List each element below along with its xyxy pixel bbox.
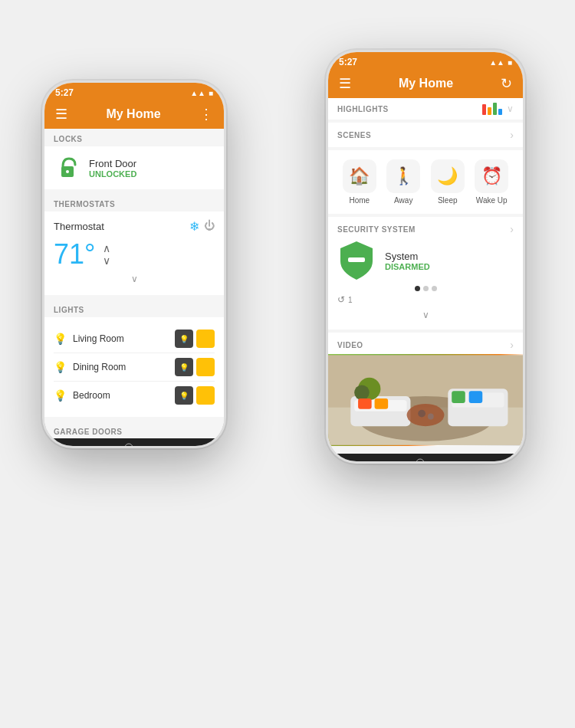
security-chevron-icon[interactable]: › bbox=[510, 223, 514, 235]
left-time: 5:27 bbox=[55, 87, 74, 98]
bulb-icon: 💡 bbox=[54, 361, 67, 373]
right-alarm-logo: powered by A ALARM.COM bbox=[384, 458, 467, 464]
temp-controls: ∧ ∨ bbox=[103, 243, 110, 266]
bulb-icon: 💡 bbox=[54, 389, 67, 402]
svg-point-1 bbox=[66, 170, 69, 173]
temperature-value: 71° bbox=[54, 238, 95, 271]
security-text: System DISARMED bbox=[385, 251, 430, 271]
locks-label: LOCKS bbox=[44, 129, 224, 146]
scenes-label: SCENES bbox=[337, 131, 371, 139]
scene-wakeup[interactable]: ⏰ Wake Up bbox=[475, 159, 508, 205]
bar-green bbox=[493, 103, 497, 115]
shield-disarmed-icon bbox=[337, 241, 376, 280]
light-on-btn[interactable] bbox=[196, 386, 215, 405]
svg-rect-8 bbox=[348, 257, 365, 262]
right-menu-icon[interactable]: ☰ bbox=[339, 75, 351, 92]
refresh-small-icon: ↺ bbox=[337, 294, 345, 305]
left-content: LOCKS Front Door UNLOCKED bbox=[44, 129, 224, 438]
thermo-collapse[interactable]: ∨ bbox=[54, 271, 215, 287]
lights-label: LIGHTS bbox=[44, 300, 224, 317]
security-header: SECURITY SYSTEM › bbox=[337, 223, 514, 235]
light-controls: 💡 bbox=[175, 386, 215, 405]
scene-home-label: Home bbox=[349, 196, 370, 205]
svg-rect-22 bbox=[469, 391, 483, 403]
left-more-icon[interactable]: ⋮ bbox=[199, 106, 213, 123]
right-refresh-icon[interactable]: ↻ bbox=[501, 75, 512, 92]
dot-active bbox=[415, 286, 420, 291]
security-item[interactable]: System DISARMED bbox=[337, 241, 514, 280]
bar-blue bbox=[498, 109, 502, 115]
thermo-header: Thermostat ❄ ⏻ bbox=[54, 219, 215, 234]
right-app-title: My Home bbox=[399, 77, 453, 90]
scenes-icons: 🏠 Home 🚶 Away 🌙 Sleep ⏰ Wake Up bbox=[337, 156, 514, 208]
light-on-btn[interactable] bbox=[196, 358, 215, 376]
right-app-header: ☰ My Home ↻ bbox=[328, 71, 523, 98]
scene-home[interactable]: 🏠 Home bbox=[343, 159, 376, 205]
wakeup-icon: ⏰ bbox=[475, 159, 508, 193]
thermo-label: THERMOSTATS bbox=[44, 194, 224, 212]
svg-text:A: A bbox=[128, 446, 131, 448]
svg-rect-20 bbox=[375, 398, 389, 409]
temp-down-btn[interactable]: ∨ bbox=[103, 255, 110, 266]
security-device-name: System bbox=[385, 251, 430, 262]
left-menu-icon[interactable]: ☰ bbox=[55, 106, 67, 123]
light-off-btn[interactable]: 💡 bbox=[175, 358, 193, 376]
video-section: VIDEO › bbox=[328, 333, 523, 446]
left-status-icons: ▲▲ ■ bbox=[190, 89, 213, 97]
left-phone: 5:27 ▲▲ ■ ☰ My Home ⋮ LOCKS bbox=[42, 80, 226, 448]
svg-point-16 bbox=[354, 385, 370, 400]
video-label: VIDEO bbox=[337, 341, 363, 349]
light-name: Dining Room bbox=[73, 362, 126, 372]
right-phone: 5:27 ▲▲ ■ ☰ My Home ↻ HIGHLIGHTS bbox=[326, 50, 525, 464]
right-time: 5:27 bbox=[339, 57, 357, 67]
scenes-grid: 🏠 Home 🚶 Away 🌙 Sleep ⏰ Wake Up bbox=[328, 150, 523, 214]
video-chevron-icon[interactable]: › bbox=[510, 339, 514, 351]
light-controls: 💡 bbox=[175, 330, 215, 348]
right-content: HIGHLIGHTS ∨ SCENES › bbox=[328, 98, 523, 454]
scene-away-label: Away bbox=[394, 196, 412, 205]
left-status-bar: 5:27 ▲▲ ■ bbox=[44, 83, 224, 101]
locks-card: Front Door UNLOCKED bbox=[44, 146, 224, 189]
front-door-item[interactable]: Front Door UNLOCKED bbox=[54, 154, 215, 182]
scene-away[interactable]: 🚶 Away bbox=[386, 159, 420, 205]
svg-point-14 bbox=[407, 404, 445, 426]
video-header: VIDEO › bbox=[328, 333, 523, 354]
svg-rect-19 bbox=[358, 398, 372, 409]
list-item[interactable]: 💡 Living Room 💡 bbox=[54, 325, 215, 353]
dot-inactive bbox=[432, 286, 437, 291]
highlights-chevron[interactable]: ∨ bbox=[507, 103, 514, 114]
list-item[interactable]: 💡 Bedroom 💡 bbox=[54, 382, 215, 409]
svg-point-25 bbox=[416, 459, 424, 464]
refresh-label: 1 bbox=[348, 296, 353, 304]
light-off-btn[interactable]: 💡 bbox=[175, 330, 193, 348]
svg-point-24 bbox=[428, 414, 434, 420]
scenes-chevron-icon[interactable]: › bbox=[510, 129, 514, 141]
right-bottom-bar: powered by A ALARM.COM bbox=[328, 454, 523, 464]
light-name: Living Room bbox=[73, 333, 124, 344]
right-status-icons: ▲▲ ■ bbox=[489, 58, 512, 67]
list-item[interactable]: 💡 Dining Room 💡 bbox=[54, 353, 215, 382]
scenes-header-row: SCENES › bbox=[328, 123, 523, 147]
security-collapse[interactable]: ∨ bbox=[337, 307, 514, 323]
svg-rect-21 bbox=[452, 391, 465, 403]
highlights-label: HIGHLIGHTS bbox=[337, 105, 389, 113]
light-off-btn[interactable]: 💡 bbox=[175, 386, 193, 405]
light-on-btn[interactable] bbox=[196, 330, 215, 348]
light-controls: 💡 bbox=[175, 358, 215, 376]
dot-inactive bbox=[423, 286, 429, 291]
lock-device-name: Front Door bbox=[89, 158, 136, 169]
alarm-logo: powered by A ALARM.COM bbox=[93, 443, 176, 448]
temp-up-btn[interactable]: ∧ bbox=[103, 243, 110, 254]
security-status: DISARMED bbox=[385, 262, 430, 271]
lock-status: UNLOCKED bbox=[89, 169, 136, 179]
lights-card: 💡 Living Room 💡 💡 Dining Room 💡 bbox=[44, 317, 224, 417]
garage-label: GARAGE DOORS bbox=[44, 421, 224, 438]
highlights-bars bbox=[482, 103, 502, 115]
right-status-bar: 5:27 ▲▲ ■ bbox=[328, 52, 523, 71]
thermo-icons: ❄ ⏻ bbox=[189, 219, 215, 234]
away-icon: 🚶 bbox=[386, 159, 420, 193]
video-thumbnail[interactable] bbox=[328, 354, 523, 446]
scene-sleep[interactable]: 🌙 Sleep bbox=[431, 159, 465, 205]
svg-point-6 bbox=[125, 444, 133, 448]
light-name: Bedroom bbox=[73, 390, 110, 401]
